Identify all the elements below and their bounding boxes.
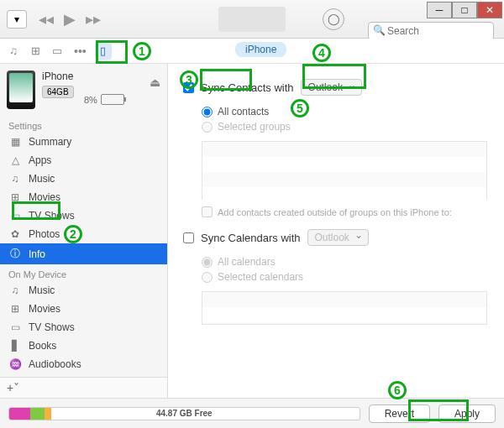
add-outside-checkbox (202, 206, 213, 217)
movies-icon: ⊞ (8, 191, 22, 203)
books-icon: ▋ (8, 340, 22, 352)
search-icon: 🔍 (373, 24, 386, 36)
music-icon: ♫ (8, 173, 22, 185)
photos-icon: ✿ (8, 228, 22, 240)
tv-tab-icon[interactable]: ▭ (49, 43, 66, 60)
sidebar-dev-music[interactable]: ♫Music (0, 281, 167, 300)
sidebar-item-photos[interactable]: ✿Photos (0, 225, 167, 243)
device-tab-icon[interactable]: ▯ (95, 43, 112, 60)
add-outside-label: Add contacts created outside of groups o… (218, 207, 452, 217)
revert-button[interactable]: Revert (369, 405, 430, 423)
sync-calendars-label: Sync Calendars with (201, 232, 301, 244)
sync-contacts-dropdown[interactable]: Outlook (301, 79, 362, 96)
window-close[interactable]: ✕ (477, 2, 502, 18)
selected-calendars-label: Selected calendars (218, 271, 303, 283)
sync-contacts-checkbox[interactable] (183, 82, 194, 93)
tv-icon: ▭ (8, 210, 22, 222)
sidebar-item-summary[interactable]: ▦Summary (0, 133, 167, 151)
play-icon[interactable]: ▶ (64, 10, 76, 29)
storage-seg-3 (45, 408, 51, 420)
tv-icon: ▭ (8, 321, 22, 333)
groups-list-box (202, 141, 487, 200)
sidebar-dev-movies[interactable]: ⊞Movies (0, 300, 167, 318)
all-contacts-label: All contacts (218, 106, 269, 117)
info-icon: ⓘ (8, 247, 22, 261)
calendars-list-box (202, 291, 487, 325)
sidebar: iPhone 64GB 8% ⏏ Settings ▦Summary △Apps… (0, 64, 168, 398)
sync-contacts-label: Sync Contacts with (201, 81, 294, 94)
storage-seg-2 (30, 408, 45, 420)
search-input[interactable] (368, 22, 494, 40)
sync-calendars-checkbox[interactable] (183, 232, 194, 243)
apple-logo (218, 7, 286, 32)
storage-free-label: 44.87 GB Free (156, 409, 213, 418)
playback-controls: ◂◂ ▶ ▸▸ (39, 10, 101, 29)
settings-header: Settings (0, 116, 167, 133)
selected-calendars-radio (202, 272, 213, 283)
selected-groups-radio (202, 122, 213, 133)
movies-tab-icon[interactable]: ⊞ (27, 43, 44, 60)
summary-icon: ▦ (8, 136, 22, 148)
device-name: iPhone (42, 70, 74, 82)
battery-icon (101, 94, 124, 105)
more-tabs-icon[interactable]: ••• (74, 44, 87, 58)
content-pane: Sync Contacts with Outlook All contacts … (168, 64, 504, 398)
apps-icon: △ (8, 154, 22, 166)
prev-icon[interactable]: ◂◂ (39, 10, 54, 29)
footer: 44.87 GB Free Revert Apply (0, 398, 504, 428)
device-capacity: 64GB (42, 86, 74, 98)
storage-seg-1 (9, 408, 30, 420)
window-minimize[interactable]: ─ (427, 2, 452, 18)
sidebar-dev-books[interactable]: ▋Books (0, 337, 167, 355)
battery-pct: 8% (84, 95, 97, 105)
selected-groups-label: Selected groups (218, 121, 291, 133)
device-pill[interactable]: iPhone (235, 42, 286, 57)
sidebar-dev-audiobooks[interactable]: ♒Audiobooks (0, 355, 167, 373)
sidebar-item-movies[interactable]: ⊞Movies (0, 188, 167, 206)
device-thumbnail (7, 70, 35, 109)
add-playlist-button[interactable]: +˅ (0, 377, 167, 398)
sidebar-item-info[interactable]: ⓘInfo (0, 243, 167, 264)
music-tab-icon[interactable]: ♫ (5, 43, 22, 60)
audiobooks-icon: ♒ (8, 358, 22, 370)
sync-calendars-dropdown[interactable]: Outlook (307, 229, 369, 246)
sidebar-item-apps[interactable]: △Apps (0, 151, 167, 170)
sidebar-item-tvshows[interactable]: ▭TV Shows (0, 206, 167, 225)
source-bar: ♫ ⊞ ▭ ••• ▯ iPhone (0, 39, 504, 64)
sidebar-dev-tvshows[interactable]: ▭TV Shows (0, 318, 167, 337)
all-calendars-radio (202, 257, 213, 268)
next-icon[interactable]: ▸▸ (86, 10, 101, 29)
all-calendars-label: All calendars (218, 256, 276, 268)
music-icon: ♫ (8, 284, 22, 296)
ondevice-header: On My Device (0, 264, 167, 281)
window-maximize[interactable]: □ (452, 2, 477, 18)
movies-icon: ⊞ (8, 303, 22, 315)
sidebar-item-music[interactable]: ♫Music (0, 170, 167, 188)
apply-button[interactable]: Apply (438, 405, 496, 423)
eject-icon[interactable]: ⏏ (150, 76, 160, 89)
all-contacts-radio[interactable] (202, 107, 213, 117)
storage-bar: 44.87 GB Free (8, 407, 360, 420)
menu-button[interactable]: ▾ (7, 10, 27, 29)
account-icon[interactable]: ◯ (323, 8, 344, 30)
